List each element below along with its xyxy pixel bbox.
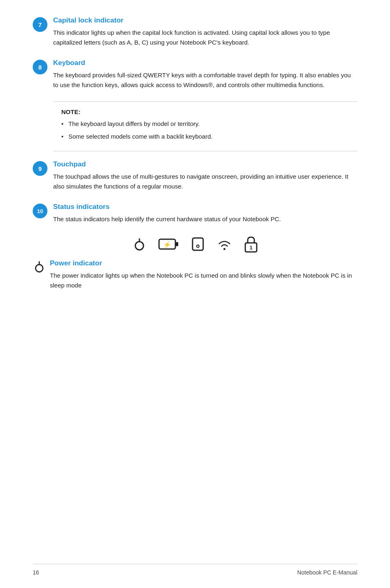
svg-rect-5 (193, 238, 203, 250)
svg-rect-3 (175, 242, 178, 246)
section-9-content: Touchpad The touchpad allows the use of … (53, 160, 357, 191)
section-10: 10 Status indicators The status indicato… (33, 203, 357, 224)
section-8-badge: 8 (33, 60, 47, 74)
section-7-badge: 7 (33, 17, 47, 32)
section-7: 7 Capital lock indicator This indicator … (33, 16, 357, 47)
section-9-title: Touchpad (53, 160, 357, 168)
svg-point-7 (224, 248, 226, 250)
drive-icon (191, 236, 205, 252)
footer: 16 Notebook PC E-Manual (33, 564, 357, 576)
section-10-title: Status indicators (53, 203, 357, 211)
svg-text:⚡: ⚡ (163, 241, 171, 249)
power-indicator-body: The power indicator lights up when the N… (50, 271, 357, 290)
section-8-body: The keyboard provides full-sized QWERTY … (53, 70, 357, 90)
svg-point-6 (197, 245, 199, 247)
section-8: 8 Keyboard The keyboard provides full-si… (33, 59, 357, 90)
section-7-content: Capital lock indicator This indicator li… (53, 16, 357, 47)
section-10-badge: 10 (33, 204, 47, 218)
note-box: NOTE: The keyboard layout differs by mod… (53, 101, 357, 151)
svg-point-10 (36, 265, 43, 272)
wireless-icon (216, 237, 233, 251)
section-9-body: The touchpad allows the use of multi-ges… (53, 172, 357, 191)
note-list: The keyboard layout differs by model or … (61, 119, 353, 141)
power-indicator-icon (33, 259, 46, 277)
power-indicator-section: Power indicator The power indicator ligh… (33, 259, 357, 290)
note-item-2: Some selected models come with a backlit… (61, 132, 353, 141)
power-indicator-content: Power indicator The power indicator ligh… (50, 259, 357, 290)
section-10-content: Status indicators The status indicators … (53, 203, 357, 224)
svg-point-0 (135, 242, 143, 250)
svg-text:1: 1 (249, 245, 252, 251)
power-status-icon (132, 236, 147, 252)
section-7-body: This indicator lights up when the capita… (53, 28, 357, 47)
section-8-content: Keyboard The keyboard provides full-size… (53, 59, 357, 90)
power-indicator-title: Power indicator (50, 259, 357, 267)
section-10-body: The status indicators help identify the … (53, 214, 357, 224)
battery-charging-icon: ⚡ (158, 238, 179, 251)
note-item-1: The keyboard layout differs by model or … (61, 119, 353, 129)
note-label: NOTE: (61, 108, 353, 115)
footer-page-number: 16 (33, 569, 39, 576)
section-9-badge: 9 (33, 161, 47, 176)
status-icons-row: ⚡ 1 (33, 236, 357, 253)
footer-title: Notebook PC E-Manual (297, 569, 357, 576)
section-9: 9 Touchpad The touchpad allows the use o… (33, 160, 357, 191)
lock-icon: 1 (244, 236, 258, 253)
section-7-title: Capital lock indicator (53, 16, 357, 25)
section-8-title: Keyboard (53, 59, 357, 67)
